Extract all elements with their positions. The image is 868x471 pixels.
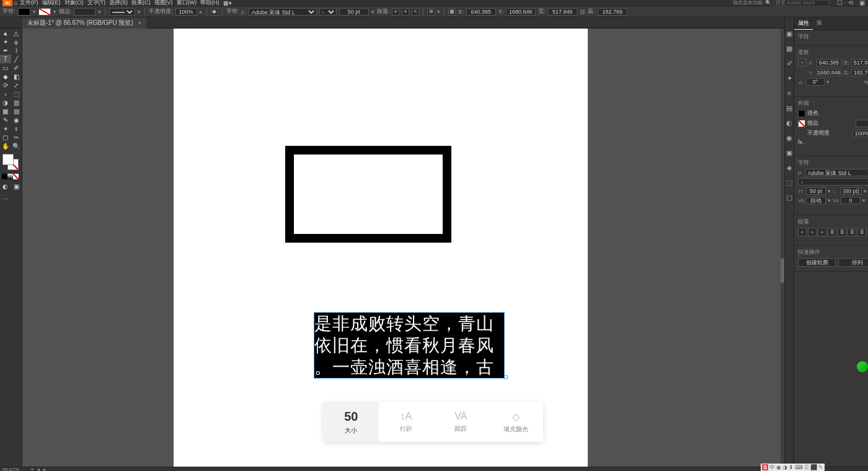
screen-mode-icon[interactable]: ▣	[858, 0, 866, 7]
opacity-input[interactable]	[175, 8, 197, 16]
ime-lang-icon[interactable]: 中	[769, 464, 775, 472]
size-cell[interactable]: 50 大小	[324, 402, 379, 442]
menu-type[interactable]: 文字(T)	[86, 0, 107, 7]
ime-ic[interactable]: ◑	[782, 464, 787, 470]
eyedropper-tool[interactable]: ✎	[0, 115, 11, 124]
justify-right-btn[interactable]: ≣	[848, 228, 856, 236]
floating-help-icon[interactable]	[857, 361, 868, 372]
menu-select[interactable]: 选择(S)	[108, 0, 129, 7]
align-center-icon[interactable]: ≡	[402, 8, 409, 16]
nav-next-icon[interactable]: ▸	[43, 467, 46, 472]
hand-tool[interactable]: ✋	[0, 141, 11, 150]
layers-panel-icon[interactable]: ◈	[785, 164, 794, 173]
home-icon[interactable]: ⌂	[14, 0, 17, 6]
h-input[interactable]	[598, 8, 627, 16]
panel-angle[interactable]	[806, 78, 825, 86]
more-options-icon[interactable]: ⋯	[798, 236, 868, 243]
curvature-tool[interactable]: ⌇	[11, 46, 22, 55]
x-input[interactable]	[466, 8, 496, 16]
overflow-handle[interactable]	[504, 375, 508, 379]
menu-file[interactable]: 文件(F)	[19, 0, 40, 7]
panel-kerning[interactable]	[806, 197, 826, 204]
menu-extra-icon[interactable]: ▦▾	[222, 0, 233, 6]
y-input[interactable]	[506, 8, 536, 16]
stroke-panel-icon[interactable]: ≡	[785, 89, 794, 98]
stock-search[interactable]	[774, 0, 830, 6]
w-input[interactable]	[547, 8, 577, 16]
ref-point-icon[interactable]	[798, 58, 807, 67]
appearance-panel-icon[interactable]: ◉	[785, 134, 794, 143]
panel-stroke-swatch[interactable]	[798, 120, 805, 127]
lasso-tool[interactable]: ϙ	[11, 37, 22, 46]
free-transform-tool[interactable]: ⬚	[11, 89, 22, 98]
panel-font-style[interactable]: -	[798, 178, 868, 186]
pen-tool[interactable]: ✒	[0, 46, 11, 55]
font-style[interactable]: -	[319, 8, 337, 16]
more-options-icon[interactable]: ⋯	[798, 87, 868, 94]
fill-cell[interactable]: ◇ 填充颜色	[489, 402, 544, 442]
ime-ic[interactable]: ✎	[818, 464, 823, 470]
align-center-btn[interactable]: ≡	[808, 228, 817, 236]
menu-edit[interactable]: 编辑(E)	[41, 0, 62, 7]
graphic-styles-panel-icon[interactable]: ▣	[785, 149, 794, 158]
fx-button[interactable]: fx.	[798, 139, 804, 145]
tab-libraries[interactable]: 库	[813, 17, 826, 30]
panel-x[interactable]	[817, 59, 841, 66]
brush-select[interactable]: ━━━━	[109, 8, 135, 16]
graph-tool[interactable]: ⫾	[11, 124, 22, 133]
leading-cell[interactable]: ↕A 行距	[379, 402, 434, 442]
align-right-btn[interactable]: ≡	[818, 228, 826, 236]
mesh-tool[interactable]: ▦	[0, 107, 11, 115]
create-outlines-button[interactable]: 创建轮廓	[798, 258, 836, 267]
fill-stroke-control[interactable]	[2, 154, 20, 171]
align-left-btn[interactable]: ≡	[798, 228, 807, 236]
zoom-level[interactable]: 66.67%	[2, 467, 27, 472]
justify-center-btn[interactable]: ≣	[838, 228, 846, 236]
menu-help[interactable]: 帮助(H)	[199, 0, 221, 7]
type-tool[interactable]: T	[0, 55, 11, 63]
blend-tool[interactable]: ◉	[11, 115, 22, 124]
panel-font[interactable]: Adobe 宋体 Std L	[805, 169, 868, 176]
artboard-tool[interactable]: ▢	[0, 133, 11, 141]
ime-keyboard-icon[interactable]: ⌨	[795, 464, 803, 470]
panel-stroke-weight[interactable]	[856, 120, 868, 127]
nav-prev-icon[interactable]: ◂	[37, 467, 40, 472]
align-left-icon[interactable]: ≡	[392, 8, 399, 16]
edit-toolbar-icon[interactable]: ⋯	[0, 194, 11, 203]
menu-effect[interactable]: 效果(C)	[130, 0, 152, 7]
panel-w[interactable]	[851, 59, 868, 66]
more-options-icon[interactable]: ⋯	[798, 206, 868, 212]
transparency-panel-icon[interactable]: ◐	[785, 119, 794, 128]
ime-ic[interactable]: ◉	[776, 464, 781, 470]
fill-color[interactable]	[2, 154, 14, 165]
color-mode-toggle[interactable]	[2, 174, 22, 179]
shaper-tool[interactable]: ◆	[0, 72, 11, 81]
justify-all-btn[interactable]: ≣	[857, 228, 866, 236]
width-tool[interactable]: ⫞	[0, 89, 11, 98]
draw-mode-icon[interactable]: ◐	[0, 182, 11, 191]
arrange-button[interactable]: 排列	[838, 258, 868, 267]
tab-close-icon[interactable]: ×	[138, 20, 141, 26]
ime-logo-icon[interactable]: S	[762, 464, 768, 470]
perspective-tool[interactable]: ▥	[11, 98, 22, 107]
line-tool[interactable]: ╱	[11, 55, 22, 63]
gradient-tool[interactable]: ▤	[11, 107, 22, 115]
eraser-tool[interactable]: ◧	[11, 72, 22, 81]
rectangle-object[interactable]	[285, 146, 451, 243]
menu-object[interactable]: 对象(O)	[63, 0, 85, 7]
stroke-weight[interactable]	[74, 8, 95, 16]
shape-builder-tool[interactable]: ◑	[0, 98, 11, 107]
sync-icon[interactable]: ⟲	[847, 0, 854, 7]
document-tab[interactable]: 未标题-1* @ 66.67% (RGB/GPU 预览) ×	[22, 17, 146, 29]
swatches-panel-icon[interactable]: ▦	[785, 45, 794, 53]
scale-tool[interactable]: ⤢	[11, 81, 22, 89]
symbol-sprayer-tool[interactable]: ✶	[0, 124, 11, 133]
flip-h-icon[interactable]: ⇋	[864, 79, 868, 85]
panel-leading[interactable]	[841, 187, 862, 195]
tracking-cell[interactable]: VA 跟踪	[433, 402, 489, 442]
symbols-panel-icon[interactable]: ✦	[785, 74, 794, 83]
slice-tool[interactable]: ✂	[11, 133, 22, 141]
magic-wand-tool[interactable]: ✦	[0, 37, 11, 46]
justify-left-btn[interactable]: ≣	[828, 228, 836, 236]
gradient-panel-icon[interactable]: ▤	[785, 104, 794, 113]
